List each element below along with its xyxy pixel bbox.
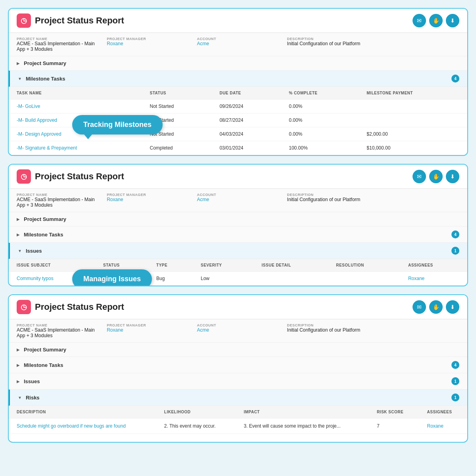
meta-row-3: PROJECT NAME ACME - SaaS Implementation … [9, 319, 467, 343]
milestone-table-header-row: TASK NAME STATUS DUE DATE % COMPLETE MIL… [9, 87, 467, 100]
task-payment-signature: $10,000.00 [359, 141, 467, 155]
col-task-name: TASK NAME [9, 87, 142, 100]
email-button-2[interactable]: ✉ [413, 170, 426, 183]
account-value-3[interactable]: Acme [197, 327, 283, 333]
share-button-3[interactable]: ✋ [429, 300, 443, 314]
logo-icon-2: ◷ [17, 169, 31, 184]
risk-assignee-schedule[interactable]: Roxane [419, 418, 467, 434]
col-due-date: DUE DATE [211, 87, 281, 100]
logo-icon-3: ◷ [17, 300, 31, 314]
chevron-right-icon-5: ▶ [17, 363, 20, 367]
task-payment-golive [359, 100, 467, 113]
milestone-tasks-section-2[interactable]: ▶ Milestone Tasks 4 [9, 226, 467, 243]
task-due-signature: 03/01/2024 [211, 141, 281, 155]
col-issue-type: TYPE [148, 259, 193, 272]
milestone-badge-1: 4 [451, 75, 459, 83]
manager-value-2[interactable]: Roxane [107, 197, 193, 202]
issue-assignee-community[interactable]: Roxane [400, 272, 467, 286]
project-name-label-2: PROJECT NAME [17, 193, 103, 197]
col-payment: MILESTONE PAYMENT [359, 87, 467, 100]
issue-type-community: Bug [148, 272, 193, 286]
task-complete-build: 0.00% [281, 113, 359, 127]
project-name-label: PROJECT NAME [17, 37, 103, 41]
logo-icon: ◷ [17, 13, 31, 28]
table-row: -M- GoLive Not Started 09/26/2024 0.00% [9, 100, 467, 113]
task-complete-golive: 0.00% [281, 100, 359, 113]
card3-report: ◷ Project Status Report ✉ ✋ ⬇ PROJECT NA… [8, 294, 468, 443]
milestone-tasks-section-3[interactable]: ▶ Milestone Tasks 4 [9, 357, 467, 373]
manager-value-3[interactable]: Roxane [107, 327, 193, 333]
report-title-2: Project Status Report [35, 171, 124, 182]
manager-meta: PROJECT MANAGER Roxane [107, 37, 193, 52]
issues-section-3[interactable]: ▶ Issues 1 [9, 373, 467, 390]
project-name-label-3: PROJECT NAME [17, 323, 103, 327]
milestone-tasks-section-1[interactable]: ▼ Milestone Tasks 4 [9, 71, 467, 87]
account-meta-2: ACCOUNT Acme [197, 193, 283, 208]
header-left-2: ◷ Project Status Report [17, 169, 124, 184]
task-due-design: 04/03/2024 [211, 127, 281, 141]
chevron-down-icon-2: ▼ [18, 249, 22, 253]
risks-section[interactable]: ▼ Risks 1 [9, 390, 467, 406]
task-payment-design: $2,000.00 [359, 127, 467, 141]
chevron-right-icon-3: ▶ [17, 232, 20, 237]
chevron-right-icon-2: ▶ [17, 217, 20, 221]
risks-data-table: DESCRIPTION LIKELIHOOD IMPACT RISK SCORE… [9, 406, 467, 434]
col-risk-likelihood: LIKELIHOOD [156, 406, 236, 418]
card3-header: ◷ Project Status Report ✉ ✋ ⬇ [9, 295, 467, 319]
col-issue-resolution: RESOLUTION [328, 259, 400, 272]
col-complete: % COMPLETE [281, 87, 359, 100]
project-name-value-2: ACME - SaaS Implementation - Main App + … [17, 197, 103, 208]
task-name-signature[interactable]: -M- Signature & Prepayment [9, 141, 142, 155]
task-complete-design: 0.00% [281, 127, 359, 141]
milestone-tasks-label-2: Milestone Tasks [24, 232, 63, 238]
share-button-1[interactable]: ✋ [429, 14, 443, 27]
card1-header: ◷ Project Status Report ✉ ✋ ⬇ [9, 9, 467, 33]
account-meta: ACCOUNT Acme [197, 37, 283, 52]
description-meta-3: DESCRIPTION Initial Configuration of our… [287, 323, 459, 338]
col-risk-impact: IMPACT [236, 406, 369, 418]
risk-description-schedule[interactable]: Schedule might go overboard if new bugs … [9, 418, 156, 434]
header-left: ◷ Project Status Report [17, 13, 124, 28]
milestone-badge-2: 4 [451, 230, 459, 238]
issue-severity-community: Low [193, 272, 254, 286]
chevron-down-icon-3: ▼ [18, 395, 22, 400]
account-value[interactable]: Acme [197, 41, 283, 46]
manager-value[interactable]: Roxane [107, 41, 193, 46]
milestone-tasks-label-3: Milestone Tasks [24, 362, 63, 368]
milestone-badge-3: 4 [451, 361, 459, 369]
share-button-2[interactable]: ✋ [429, 170, 443, 183]
card1-report: ◷ Project Status Report ✉ ✋ ⬇ PROJECT NA… [8, 8, 468, 156]
account-value-2[interactable]: Acme [197, 197, 283, 202]
project-summary-section-2[interactable]: ▶ Project Summary [9, 212, 467, 226]
email-button-1[interactable]: ✉ [413, 14, 426, 27]
description-label-3: DESCRIPTION [287, 323, 459, 327]
issue-detail-community [254, 272, 328, 286]
task-name-golive[interactable]: -M- GoLive [9, 100, 142, 113]
project-summary-section-3[interactable]: ▶ Project Summary [9, 343, 467, 357]
task-due-build: 08/27/2024 [211, 113, 281, 127]
table-row: -M- Signature & Prepayment Completed 03/… [9, 141, 467, 155]
download-button-2[interactable]: ⬇ [446, 170, 459, 183]
col-risk-score: RISK SCORE [369, 406, 419, 418]
task-complete-signature: 100.00% [281, 141, 359, 155]
account-label-2: ACCOUNT [197, 193, 283, 197]
col-issue-detail: ISSUE DETAIL [254, 259, 328, 272]
download-button-3[interactable]: ⬇ [446, 300, 459, 314]
header-left-3: ◷ Project Status Report [17, 300, 124, 314]
issues-section[interactable]: ▼ Issues 1 [9, 243, 467, 259]
report-title-3: Project Status Report [35, 302, 124, 312]
download-button-1[interactable]: ⬇ [446, 14, 459, 27]
meta-row-1: PROJECT NAME ACME - SaaS Implementation … [9, 33, 467, 56]
meta-row-2: PROJECT NAME ACME - SaaS Implementation … [9, 189, 467, 212]
description-meta-2: DESCRIPTION Initial Configuration of our… [287, 193, 459, 208]
project-summary-section-1[interactable]: ▶ Project Summary [9, 56, 467, 71]
description-value: Initial Configuration of our Platform [287, 41, 459, 46]
description-value-3: Initial Configuration of our Platform [287, 327, 459, 333]
header-icons-2: ✉ ✋ ⬇ [413, 170, 459, 183]
email-button-3[interactable]: ✉ [413, 300, 426, 314]
issue-resolution-community [328, 272, 400, 286]
issues-label: Issues [26, 248, 42, 254]
chevron-right-icon-6: ▶ [17, 379, 20, 384]
col-issue-assignees: ASSIGNEES [400, 259, 467, 272]
task-status-signature: Completed [142, 141, 212, 155]
